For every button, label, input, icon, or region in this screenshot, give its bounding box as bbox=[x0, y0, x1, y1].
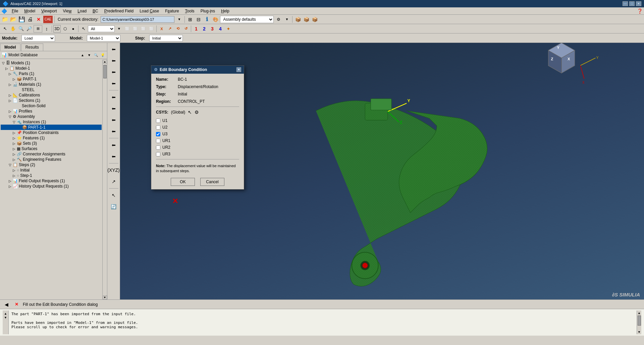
tree-toggle-step1[interactable]: ▷ bbox=[13, 174, 17, 178]
tb-assembly-arrow[interactable]: ▼ bbox=[283, 16, 290, 23]
checkbox-u3[interactable] bbox=[156, 132, 160, 136]
module-select[interactable]: Load bbox=[21, 35, 55, 42]
assembly-defaults-select[interactable]: Assembly defaults bbox=[220, 16, 274, 23]
title-bar-controls[interactable]: — □ ✕ bbox=[623, 1, 641, 6]
menu-file[interactable]: File bbox=[9, 8, 21, 14]
tb-axis3-btn[interactable]: ⟲ bbox=[174, 25, 181, 32]
tb-zoom-btn[interactable]: 🔍 bbox=[17, 25, 25, 32]
menu-viewport[interactable]: Viewport bbox=[39, 8, 59, 14]
tree-item-materials[interactable]: ▷ 🔬 Materials (1) bbox=[1, 82, 102, 87]
tb-num3-btn[interactable]: 3 bbox=[209, 25, 216, 32]
hint-cancel-btn[interactable]: ✕ bbox=[13, 301, 20, 308]
tree-scroll-up[interactable]: ▲ bbox=[103, 60, 107, 64]
menu-tools[interactable]: Tools bbox=[182, 8, 197, 14]
checkbox-ur2[interactable] bbox=[156, 145, 160, 150]
tb-assembly-icon[interactable]: ⚙ bbox=[275, 16, 282, 23]
tree-item-instances[interactable]: ▽ 🔩 Instances (1) bbox=[1, 119, 102, 125]
lv-btn6[interactable]: ⬅ bbox=[108, 103, 119, 114]
select-all-dropdown[interactable]: All bbox=[88, 25, 115, 32]
tree-filter-btn[interactable]: 🔍 bbox=[93, 52, 99, 58]
maximize-button[interactable]: □ bbox=[629, 1, 635, 6]
checkbox-u1[interactable] bbox=[156, 119, 160, 123]
msg-scrollbar[interactable]: ▲ ▼ bbox=[637, 310, 641, 334]
checkbox-ur3[interactable] bbox=[156, 152, 160, 156]
menu-feature[interactable]: Feature bbox=[162, 8, 181, 14]
lv-btn11[interactable]: (XYZ) bbox=[108, 165, 119, 176]
tree-item-features[interactable]: ▷ ⭐ Features (1) bbox=[1, 135, 102, 141]
lv-btn5[interactable]: ⬅ bbox=[108, 92, 119, 102]
tree-toggle-posconst[interactable]: ▷ bbox=[13, 131, 17, 135]
tree-scroll-thumb[interactable] bbox=[103, 65, 107, 78]
tb-save-btn[interactable]: 💾 bbox=[18, 16, 25, 23]
tb-3d-btn[interactable]: 3D bbox=[53, 25, 61, 32]
tab-results[interactable]: Results bbox=[21, 44, 43, 51]
msg-scroll-thumb[interactable] bbox=[638, 316, 641, 326]
tree-toggle-sections[interactable]: ▷ bbox=[9, 99, 13, 102]
menu-view[interactable]: View bbox=[60, 8, 74, 14]
tree-toggle-assembly[interactable]: ▽ bbox=[9, 115, 13, 119]
tb-print-btn[interactable]: 🖨 bbox=[26, 16, 34, 23]
tree-toggle-calibrations[interactable]: ▷ bbox=[9, 93, 13, 97]
dialog-close-btn[interactable]: ✕ bbox=[236, 67, 241, 72]
tb-cursor-btn[interactable]: ↖ bbox=[80, 25, 87, 32]
msg-arrow-up[interactable]: ▲ bbox=[5, 312, 6, 315]
msg-scroll-up[interactable]: ▲ bbox=[638, 311, 640, 315]
tree-toggle-steps[interactable]: ▽ bbox=[9, 163, 13, 167]
tree-item-model1[interactable]: ▷ 📋 Model-1 bbox=[1, 66, 102, 71]
tree-item-surfaces[interactable]: ▷ ▦ Surfaces bbox=[1, 146, 102, 151]
tree-item-assembly[interactable]: ▽ ⚙ Assembly bbox=[1, 114, 102, 119]
tab-model[interactable]: Model bbox=[0, 44, 20, 51]
menu-predefined-field[interactable]: Predefined Field bbox=[102, 8, 136, 14]
checkbox-u2[interactable] bbox=[156, 125, 160, 130]
model-select[interactable]: Model-1 bbox=[87, 35, 120, 42]
tb-axis4-btn[interactable]: ↺ bbox=[182, 25, 190, 32]
tb-grid-btn[interactable]: ⊞ bbox=[186, 16, 194, 23]
workdir-input[interactable] bbox=[101, 16, 174, 23]
tree-item-part11[interactable]: 📦 PART-1-1 bbox=[1, 125, 102, 130]
lv-btn13[interactable]: ↖ bbox=[108, 190, 119, 201]
tb-shaded-btn[interactable]: ● bbox=[69, 25, 77, 32]
tb-open-btn[interactable]: 📂 bbox=[10, 16, 17, 23]
tree-scrollbar[interactable]: ▲ ▼ bbox=[102, 60, 107, 299]
menu-load-case[interactable]: Load Case bbox=[137, 8, 162, 14]
tb-num4-btn[interactable]: 4 bbox=[217, 25, 224, 32]
tree-item-calibrations[interactable]: ▷ 📐 Calibrations bbox=[1, 92, 102, 98]
lv-btn2[interactable]: ⬅ bbox=[108, 55, 119, 66]
tree-toggle-surfaces[interactable]: ▷ bbox=[13, 147, 17, 151]
tree-toggle-sets[interactable]: ▷ bbox=[13, 142, 17, 145]
tree-item-part1[interactable]: ▷ 📦 PART-1 bbox=[1, 76, 102, 82]
tb-xyz-btn[interactable]: X bbox=[158, 25, 165, 32]
tb-move-btn[interactable]: ↖ bbox=[1, 25, 9, 32]
tree-item-profiles[interactable]: ▷ 📊 Profiles bbox=[1, 109, 102, 114]
lv-btn10[interactable]: ⬅ bbox=[108, 151, 119, 162]
tree-toggle-initial[interactable]: ▷ bbox=[13, 168, 17, 172]
tb-part2-btn[interactable]: 📦 bbox=[303, 16, 310, 23]
tb-cae-btn[interactable]: CAE bbox=[43, 16, 53, 23]
minimize-button[interactable]: — bbox=[623, 1, 628, 6]
tree-item-steel[interactable]: STEEL bbox=[1, 87, 102, 92]
lv-btn1[interactable]: ⬅ bbox=[108, 44, 119, 55]
dialog-titlebar[interactable]: ⚙ Edit Boundary Condition ✕ bbox=[151, 66, 244, 74]
tree-item-sectionsolid[interactable]: Section-Solid bbox=[1, 103, 102, 109]
workdir-dropdown-btn[interactable]: ▼ bbox=[175, 16, 183, 23]
menu-bc[interactable]: BC bbox=[90, 8, 101, 14]
tree-toggle-parts[interactable]: ▷ bbox=[9, 72, 13, 76]
tree-item-posconst[interactable]: ▷ 📌 Position Constraints bbox=[1, 130, 102, 135]
tree-toggle-features[interactable]: ▷ bbox=[13, 136, 17, 140]
tree-toggle-profiles[interactable]: ▷ bbox=[9, 110, 13, 113]
dialog-csys-edit-icon[interactable]: ⚙ bbox=[195, 110, 199, 115]
msg-scroll-down[interactable]: ▼ bbox=[638, 330, 640, 334]
tree-item-connassign[interactable]: ▷ 🔗 Connector Assignments bbox=[1, 151, 102, 157]
lv-btn14[interactable]: 🔄 bbox=[108, 201, 119, 212]
tree-item-parts[interactable]: ▷ 🔧 Parts (1) bbox=[1, 71, 102, 76]
tb-part3-btn[interactable]: 📦 bbox=[311, 16, 318, 23]
tb-info-btn[interactable]: ℹ bbox=[203, 16, 211, 23]
tree-item-step1[interactable]: ▷ ○ Step-1 bbox=[1, 173, 102, 178]
tb-part-btn[interactable]: 📦 bbox=[294, 16, 302, 23]
menu-help[interactable]: Help bbox=[218, 8, 232, 14]
tree-down-btn[interactable]: ▼ bbox=[86, 52, 92, 58]
tree-toggle-engfeatures[interactable]: ▷ bbox=[13, 158, 17, 161]
tb-new-btn[interactable]: 📁 bbox=[1, 16, 9, 23]
tree-toggle-materials[interactable]: ▷ bbox=[9, 83, 13, 86]
tree-item-models[interactable]: ▽ 🗄 Models (1) bbox=[1, 60, 102, 66]
